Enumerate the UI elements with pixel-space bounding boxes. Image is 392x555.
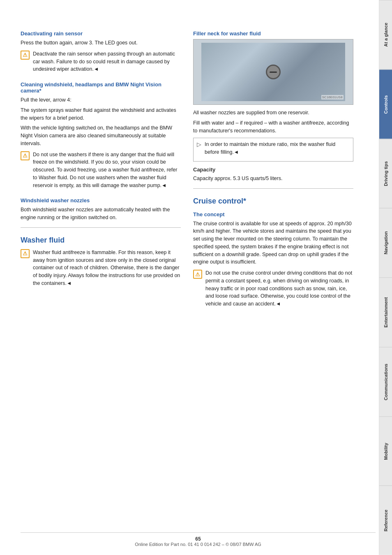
cleaning-pull-text: Pull the lever, arrow 4: xyxy=(21,96,181,104)
the-concept-body1: The cruise control is available for use … xyxy=(193,220,353,266)
cleaning-warning-text: Do not use the washers if there is any d… xyxy=(33,151,181,190)
sidebar-tab-mobility[interactable]: Mobility xyxy=(379,416,392,486)
filler-neck-body2: Fill with water and – if required – with… xyxy=(193,119,353,135)
washer-fluid-title: Washer fluid xyxy=(21,236,181,245)
note-arrow-icon: ▷ xyxy=(197,141,201,148)
page-footer: 65 Online Edition for Part no. 01 41 0 0… xyxy=(21,532,376,547)
sidebar-tab-driving-tips[interactable]: Driving tips xyxy=(379,139,392,208)
cleaning-body1: The system sprays washer fluid against t… xyxy=(21,106,181,122)
sidebar: At a glance Controls Driving tips Naviga… xyxy=(379,0,392,555)
sidebar-tab-reference[interactable]: Reference xyxy=(379,486,392,555)
cleaning-windshield-title: Cleaning windshield, headlamps and BMW N… xyxy=(21,81,181,94)
filler-neck-title: Filler neck for washer fluid xyxy=(193,30,353,37)
filler-neck-body1: All washer nozzles are supplied from one… xyxy=(193,109,353,117)
the-concept-title: The concept xyxy=(193,211,353,217)
right-column: Filler neck for washer fluid SC16E01US8 … xyxy=(193,25,353,539)
filler-neck-image: SC16E01US8 xyxy=(193,39,353,105)
right-divider xyxy=(193,188,353,189)
warning-icon-3: ⚠ xyxy=(21,249,30,258)
warning-icon-4: ⚠ xyxy=(193,270,202,279)
footer-text: Online Edition for Part no. 01 41 0 014 … xyxy=(135,542,261,547)
section-divider xyxy=(21,227,181,228)
deactivating-rain-sensor-body: Press the button again, arrow 3. The LED… xyxy=(21,39,181,47)
sidebar-tab-controls[interactable]: Controls xyxy=(379,69,392,139)
filler-neck-note-box: ▷ In order to maintain the mixture ratio… xyxy=(193,138,353,162)
cleaning-body2: With the vehicle lighting switched on, t… xyxy=(21,124,181,147)
cleaning-warning-box: ⚠ Do not use the washers if there is any… xyxy=(21,151,181,192)
warning-icon-2: ⚠ xyxy=(21,151,30,160)
warning-icon-1: ⚠ xyxy=(21,51,30,60)
filler-neck-image-inner: SC16E01US8 xyxy=(201,43,345,101)
page-container: Deactivating rain sensor Press the butto… xyxy=(0,0,392,555)
cruise-control-title: Cruise control* xyxy=(193,197,353,206)
filler-neck-note-text: In order to maintain the mixture ratio, … xyxy=(205,141,350,156)
windshield-washer-nozzles-title: Windshield washer nozzles xyxy=(21,197,181,204)
image-watermark: SC16E01US8 xyxy=(321,95,344,99)
sidebar-tab-entertainment[interactable]: Entertainment xyxy=(379,278,392,347)
washer-fluid-warning-text: Washer fluid antifreeze is flammable. Fo… xyxy=(33,249,181,287)
capacity-body: Capacity approx. 5.3 US quarts/5 liters. xyxy=(193,175,353,183)
deactivating-rain-sensor-title: Deactivating rain sensor xyxy=(21,30,181,37)
washer-fluid-warning-box: ⚠ Washer fluid antifreeze is flammable. … xyxy=(21,249,181,290)
windshield-washer-nozzles-body: Both windshield washer nozzles are autom… xyxy=(21,206,181,222)
sidebar-tab-navigation[interactable]: Navigation xyxy=(379,208,392,278)
deactivating-warning-box: ⚠ Deactivate the rain sensor when passin… xyxy=(21,50,181,76)
page-number: 65 xyxy=(195,536,201,542)
cruise-control-warning-text: Do not use the cruise control under driv… xyxy=(205,269,353,308)
left-column: Deactivating rain sensor Press the butto… xyxy=(21,25,181,539)
sidebar-tab-communications[interactable]: Communications xyxy=(379,347,392,416)
deactivating-warning-text: Deactivate the rain sensor when passing … xyxy=(33,50,181,73)
cruise-control-warning-box: ⚠ Do not use the cruise control under dr… xyxy=(193,269,353,310)
sidebar-tab-at-a-glance[interactable]: At a glance xyxy=(379,0,392,69)
main-content: Deactivating rain sensor Press the butto… xyxy=(0,0,379,555)
filler-cap-symbol xyxy=(266,65,281,79)
capacity-title: Capacity xyxy=(193,166,353,173)
